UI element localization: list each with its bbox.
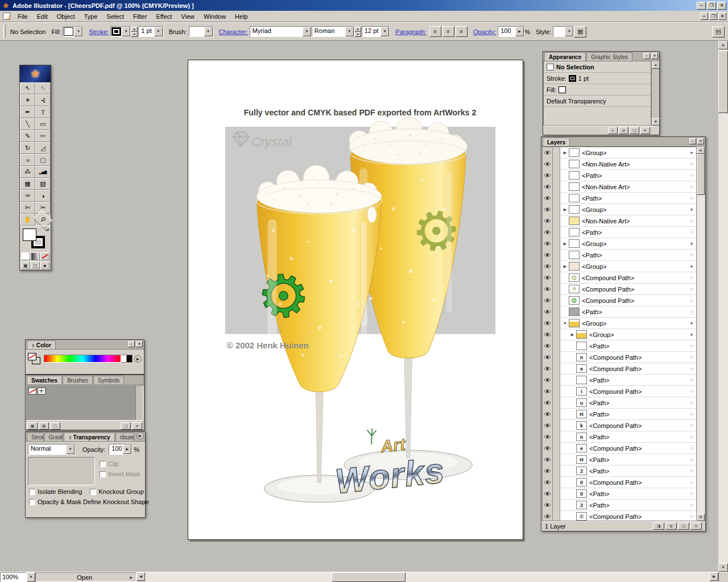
scroll-down-icon[interactable]: ▼ — [652, 118, 660, 126]
appearance-row-transparency[interactable]: Default Transparency — [544, 95, 651, 107]
opacity-combo[interactable]: 100 ▶ — [498, 26, 524, 37]
font-size-stepper[interactable]: ▲ ▼ — [354, 27, 361, 37]
visibility-eye-icon[interactable] — [543, 306, 553, 318]
layer-label[interactable]: <Compound Path> — [589, 479, 687, 486]
lock-cell[interactable] — [553, 409, 560, 420]
lock-cell[interactable] — [553, 488, 560, 500]
registration-swatch[interactable]: ✛ — [38, 388, 46, 394]
layer-label[interactable]: <Non-Native Art> — [582, 218, 687, 225]
layer-label[interactable]: <Group> — [582, 149, 687, 156]
expand-triangle-icon[interactable]: ▶ — [561, 151, 569, 155]
tab-brushes[interactable]: Brushes — [63, 376, 93, 384]
panel-menu-icon[interactable]: ▶ — [136, 432, 144, 439]
target-indicator[interactable]: ○ — [687, 400, 696, 405]
target-indicator[interactable]: ● — [687, 332, 696, 337]
lock-cell[interactable] — [553, 397, 560, 409]
menu-object[interactable]: Object — [52, 11, 80, 22]
black-swatch[interactable] — [127, 355, 133, 363]
visibility-eye-icon[interactable] — [543, 511, 553, 522]
style-value[interactable] — [553, 27, 565, 36]
slice-tool[interactable]: ✄ — [20, 202, 35, 214]
target-indicator[interactable]: ● — [687, 150, 696, 155]
standard-screen-icon[interactable]: ▣ — [21, 261, 30, 269]
layer-row[interactable]: ▶<Group>● — [543, 204, 696, 215]
visibility-eye-icon[interactable] — [543, 443, 553, 454]
lock-cell[interactable] — [553, 272, 560, 284]
layer-label[interactable]: <Path> — [589, 502, 687, 509]
tab-layers[interactable]: Layers — [543, 138, 570, 146]
visibility-eye-icon[interactable] — [543, 488, 553, 500]
target-indicator[interactable]: ○ — [687, 218, 696, 223]
new-sublayer-icon[interactable]: ⊕ — [665, 522, 677, 530]
layer-row[interactable]: n<Path>○ — [543, 431, 696, 443]
target-indicator[interactable]: ○ — [687, 343, 696, 348]
target-indicator[interactable]: ○ — [687, 184, 696, 189]
lock-cell[interactable] — [553, 477, 560, 488]
doc-restore-button[interactable]: ❐ — [709, 13, 717, 20]
lock-cell[interactable] — [553, 340, 560, 352]
blend-mode-combo[interactable]: Normal ▼ — [28, 444, 75, 455]
target-indicator[interactable]: ○ — [687, 502, 696, 508]
expand-triangle-icon[interactable]: ▶ — [561, 207, 569, 212]
target-indicator[interactable]: ● — [687, 207, 696, 212]
target-indicator[interactable]: ○ — [687, 457, 696, 462]
menu-edit[interactable]: Edit — [32, 11, 52, 22]
target-indicator[interactable]: ○ — [687, 377, 696, 383]
paintbrush-tool[interactable]: ✎ — [20, 130, 35, 142]
layer-row[interactable]: 0<Path>○ — [543, 488, 696, 500]
scroll-up-icon[interactable]: ▲ — [718, 41, 728, 49]
new-swatch-icon[interactable]: ❏ — [121, 422, 131, 430]
full-screen-menu-icon[interactable]: ▢ — [31, 261, 40, 269]
layer-label[interactable]: <Path> — [589, 411, 687, 418]
style-combo[interactable]: ▼ — [553, 26, 574, 37]
align-right-button[interactable]: ≡ — [456, 26, 468, 37]
visibility-eye-icon[interactable] — [543, 284, 553, 295]
layer-label[interactable]: <Group> — [589, 331, 687, 338]
zoom-value[interactable]: 100% — [0, 572, 27, 582]
tab-stroke-cut[interactable]: Strok — [27, 433, 44, 441]
visibility-eye-icon[interactable] — [543, 363, 553, 375]
delete-swatch-icon[interactable]: ✕ — [132, 422, 142, 430]
lock-cell[interactable] — [553, 238, 560, 250]
layer-row[interactable]: 0<Compound Path>○ — [543, 477, 696, 488]
visibility-eye-icon[interactable] — [543, 386, 553, 397]
panel-minimize-button[interactable]: ─ — [643, 53, 650, 59]
layer-label[interactable]: <Compound Path> — [589, 354, 687, 361]
collapse-icon[interactable]: ⇕ — [31, 343, 35, 348]
rotate-tool[interactable]: ↻ — [20, 142, 35, 154]
fill-color-swatch[interactable] — [64, 27, 73, 36]
tab-graphic-styles[interactable]: Graphic Styles — [586, 52, 632, 61]
layer-row[interactable]: <Path>○ — [543, 375, 696, 386]
layer-label[interactable]: <Group> — [582, 240, 687, 247]
zoom-combo[interactable]: 100% ▼ — [0, 572, 35, 582]
stroke-width-dropdown-icon[interactable]: ▼ — [154, 27, 163, 36]
layer-label[interactable]: <Compound Path> — [589, 365, 687, 372]
fill-color-combo[interactable]: ▼ — [63, 26, 83, 37]
window-titlebar[interactable]: ❀ Adobe Illustrator - [CheersPDF.pdf @ 1… — [0, 0, 728, 11]
isolate-blending-checkbox[interactable]: Isolate Blending — [29, 488, 82, 495]
paragraph-label-link[interactable]: Paragraph: — [395, 28, 426, 35]
visibility-eye-icon[interactable] — [543, 409, 553, 420]
font-combo[interactable]: Myriad ▼ — [250, 26, 312, 37]
layer-row[interactable]: i<Compound Path>○ — [543, 386, 696, 397]
menu-window[interactable]: Window — [199, 11, 230, 22]
make-clipping-mask-icon[interactable]: ◨ — [653, 522, 664, 530]
visibility-eye-icon[interactable] — [543, 261, 553, 272]
layer-label[interactable]: <Path> — [589, 343, 687, 350]
visibility-eye-icon[interactable] — [543, 295, 553, 306]
lock-cell[interactable] — [553, 227, 560, 238]
character-label-link[interactable]: Character: — [219, 28, 248, 35]
tab-appearance[interactable]: Appearance — [544, 52, 586, 61]
target-indicator[interactable]: ○ — [687, 298, 696, 303]
stroke-width-stepper[interactable]: ▲ ▼ — [131, 27, 138, 37]
menu-view[interactable]: View — [176, 11, 199, 22]
layer-label[interactable]: <Compound Path> — [582, 286, 687, 293]
lock-cell[interactable] — [553, 443, 560, 454]
stroke-width-combo[interactable]: 1 pt ▼ — [138, 26, 163, 37]
layer-row[interactable]: <Path>○ — [543, 227, 696, 238]
lock-cell[interactable] — [553, 420, 560, 431]
lasso-tool[interactable]: ⊰ — [35, 94, 51, 106]
layer-row[interactable]: e<Compound Path>○ — [543, 443, 696, 454]
target-indicator[interactable]: ○ — [687, 196, 696, 201]
lock-cell[interactable] — [553, 170, 560, 181]
